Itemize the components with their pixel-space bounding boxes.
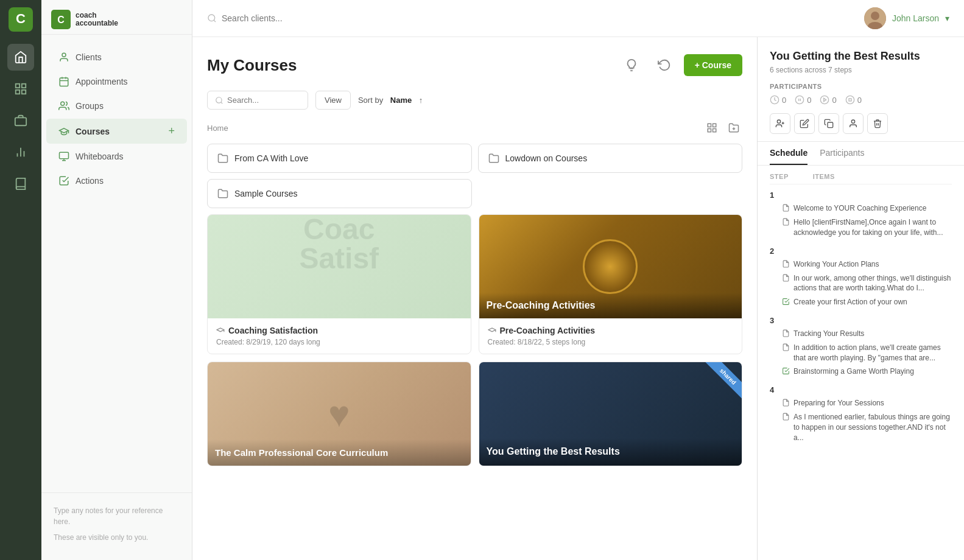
svg-rect-13 <box>60 78 68 86</box>
svg-text:C: C <box>57 15 65 25</box>
check-icon-2 <box>782 367 790 375</box>
check-icon-1 <box>782 298 790 306</box>
nav-chart[interactable] <box>7 139 34 166</box>
avatar <box>864 7 886 29</box>
main-content: John Larson ▾ My Courses + Course <box>192 0 964 560</box>
person-icon <box>58 52 69 63</box>
course-card-precoaching[interactable]: Pre-Coaching Activities Pre-Coaching Act… <box>479 214 743 354</box>
sidebar-item-clients[interactable]: Clients <box>46 46 187 69</box>
svg-point-17 <box>61 102 65 105</box>
course-grid: CoacSatisf Coaching Satisfaction Created… <box>207 214 742 466</box>
copy-button[interactable] <box>818 113 839 134</box>
course-search-box <box>207 91 308 110</box>
sidebar-item-courses[interactable]: Courses + <box>46 119 187 144</box>
svg-point-40 <box>846 96 854 104</box>
course-thumb-best: shared You Getting the Best Results <box>479 362 742 466</box>
graduation-icon <box>58 126 69 137</box>
step-4-text-1: Preparing for Your Sessions <box>793 398 884 408</box>
add-course-button[interactable]: + Course <box>684 54 742 76</box>
courses-header: My Courses + Course <box>207 52 742 79</box>
sidebar-item-appointments[interactable]: Appointments <box>46 70 187 93</box>
tab-schedule[interactable]: Schedule <box>770 142 807 165</box>
step-3-item-2: In addition to action plans, we'll creat… <box>770 343 952 363</box>
add-participant-button[interactable] <box>770 113 790 134</box>
sort-control[interactable]: Sort by Name ↑ <box>358 96 423 105</box>
nav-book[interactable] <box>7 170 34 197</box>
course-card-coaching[interactable]: CoacSatisf Coaching Satisfaction Created… <box>207 214 471 354</box>
sidebar-label-courses: Courses <box>76 127 110 136</box>
participants-label: PARTICIPANTS <box>770 83 952 90</box>
search-input[interactable] <box>222 13 404 23</box>
step-2-text-2: In our work, among other things, we'll d… <box>793 273 952 294</box>
course-search-icon <box>215 96 223 105</box>
svg-rect-5 <box>22 90 26 94</box>
step-2-item-2: In our work, among other things, we'll d… <box>770 273 952 294</box>
notes-placeholder: Type any notes for your reference here. <box>54 505 180 527</box>
doc-icon-5 <box>782 329 790 337</box>
delete-button[interactable] <box>867 113 888 134</box>
folder-from-ca[interactable]: From CA With Love <box>207 144 472 173</box>
svg-rect-3 <box>22 84 26 88</box>
folder-sample[interactable]: Sample Courses <box>207 179 472 208</box>
play-icon <box>820 95 829 105</box>
lightbulb-icon <box>625 58 638 72</box>
avatar-image <box>864 7 886 29</box>
participant-count-0: 0 <box>782 96 786 105</box>
course-meta-precoaching: Created: 8/18/22, 5 steps long <box>488 338 734 346</box>
step-4-item-2: As I mentioned earlier, fabulous things … <box>770 412 952 443</box>
svg-point-35 <box>796 96 804 104</box>
doc-icon-4 <box>782 274 790 282</box>
svg-rect-18 <box>60 152 69 159</box>
participant-play: 0 <box>820 95 836 105</box>
step-4-item-1: Preparing for Your Sessions <box>770 398 952 408</box>
ideas-button[interactable] <box>618 52 645 79</box>
precoaching-overlay: Pre-Coaching Activities <box>479 293 742 318</box>
app-logo[interactable]: C <box>9 7 33 32</box>
course-search-input[interactable] <box>227 96 300 105</box>
refresh-button[interactable] <box>651 52 678 79</box>
nav-grid[interactable] <box>7 75 34 102</box>
step-2-text-3: Create your first Action of your own <box>793 297 907 307</box>
nav-briefcase[interactable] <box>7 107 34 134</box>
sidebar-label-whiteboards: Whiteboards <box>76 152 124 161</box>
course-card-best[interactable]: shared You Getting the Best Results <box>479 362 743 466</box>
checkbox-icon <box>58 175 69 186</box>
app-name-line2: accountable <box>76 19 118 27</box>
schedule-content: STEP ITEMS 1 Welcome to YOUR Coaching Ex… <box>758 166 964 560</box>
tab-participants[interactable]: Participants <box>820 142 864 165</box>
breadcrumb-actions <box>703 119 742 136</box>
step-3-text-2: In addition to action plans, we'll creat… <box>793 343 952 363</box>
step-num-4: 4 <box>770 385 782 394</box>
courses-add-icon[interactable]: + <box>168 125 175 138</box>
breadcrumb-home[interactable]: Home <box>207 124 228 133</box>
sidebar-item-actions[interactable]: Actions <box>46 169 187 192</box>
grid-view-icon[interactable] <box>703 119 720 136</box>
share-icon <box>848 119 858 128</box>
svg-text:C: C <box>16 11 26 26</box>
nav-home[interactable] <box>7 44 34 71</box>
step-2-item-3: Create your first Action of your own <box>770 297 952 307</box>
svg-point-42 <box>777 120 780 123</box>
course-card-calm[interactable]: ♥ The Calm Professional Core Curriculum <box>207 362 471 466</box>
courses-title: My Courses <box>207 56 297 75</box>
add-folder-icon[interactable] <box>725 119 742 136</box>
sidebar-item-whiteboards[interactable]: Whiteboards <box>46 145 187 168</box>
user-menu[interactable]: John Larson ▾ <box>864 7 949 29</box>
svg-rect-41 <box>849 99 851 101</box>
sidebar-item-groups[interactable]: Groups <box>46 94 187 117</box>
edit-button[interactable] <box>794 113 815 134</box>
calendar-icon <box>58 76 69 87</box>
course-meta-coaching: Created: 8/29/19, 120 days long <box>216 338 462 346</box>
step-1-text-1: Welcome to YOUR Coaching Experience <box>793 203 926 214</box>
view-button[interactable]: View <box>315 91 351 110</box>
course-name-precoaching: Pre-Coaching Activities <box>500 326 596 335</box>
svg-point-46 <box>851 120 854 123</box>
participant-count-1: 0 <box>807 96 811 105</box>
doc-icon-3 <box>782 260 790 268</box>
compass-decoration <box>583 239 638 294</box>
course-info-coaching: Coaching Satisfaction Created: 8/29/19, … <box>208 318 471 354</box>
svg-line-22 <box>214 20 216 22</box>
share-button[interactable] <box>843 113 864 134</box>
right-panel-title: You Getting the Best Results <box>770 49 952 63</box>
folder-lowdown[interactable]: Lowdown on Courses <box>478 144 743 173</box>
